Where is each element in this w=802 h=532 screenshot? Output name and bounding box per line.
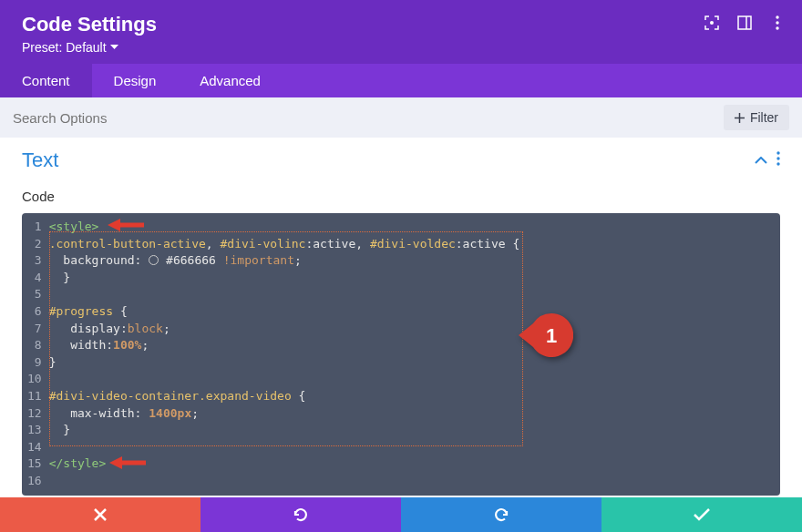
annotation-arrow-top [108, 218, 144, 232]
preset-dropdown[interactable]: Preset: Default [22, 40, 780, 55]
panel-icon[interactable] [736, 15, 753, 31]
svg-point-8 [776, 151, 779, 154]
svg-point-3 [776, 15, 778, 18]
plus-icon [735, 113, 745, 123]
search-input[interactable] [13, 110, 715, 126]
svg-point-0 [710, 21, 714, 25]
code-editor[interactable]: 12345678910111213141516 <style> .control… [22, 213, 780, 496]
more-icon[interactable] [769, 15, 786, 31]
search-bar: Filter [0, 97, 802, 138]
footer-actions [0, 497, 802, 532]
focus-icon[interactable] [704, 15, 720, 31]
redo-button[interactable] [401, 497, 602, 532]
undo-button[interactable] [200, 497, 401, 532]
filter-label: Filter [750, 110, 778, 125]
redo-icon [493, 506, 509, 523]
line-gutter: 12345678910111213141516 [22, 219, 49, 490]
cancel-button[interactable] [0, 497, 200, 532]
annotation-badge-number: 1 [546, 324, 557, 347]
code-field-label: Code [22, 189, 780, 204]
preset-label: Preset: Default [22, 40, 107, 55]
svg-rect-1 [738, 16, 751, 29]
tab-design[interactable]: Design [92, 64, 179, 97]
tab-content[interactable]: Content [0, 64, 92, 97]
section-more-icon[interactable] [776, 151, 780, 169]
svg-point-4 [776, 21, 778, 24]
tab-bar: Content Design Advanced [0, 64, 802, 97]
filter-button[interactable]: Filter [724, 105, 789, 130]
svg-point-9 [776, 157, 779, 159]
annotation-arrow-bottom [109, 455, 146, 470]
close-icon [94, 508, 107, 521]
annotation-badge: 1 [519, 313, 573, 357]
code-body[interactable]: <style> .control-button-active, #divi-vo… [49, 219, 780, 490]
collapse-icon[interactable] [755, 152, 767, 169]
text-section: Text Code [0, 138, 802, 204]
save-button[interactable] [602, 497, 802, 532]
settings-header: Code Settings Preset: Default [0, 0, 802, 64]
section-title: Text [22, 148, 58, 172]
tab-advanced[interactable]: Advanced [178, 64, 283, 97]
undo-icon [293, 506, 309, 523]
check-icon [694, 508, 710, 521]
settings-title: Code Settings [22, 13, 780, 36]
chevron-down-icon [110, 45, 118, 50]
svg-point-5 [776, 26, 778, 29]
svg-point-10 [776, 162, 779, 165]
